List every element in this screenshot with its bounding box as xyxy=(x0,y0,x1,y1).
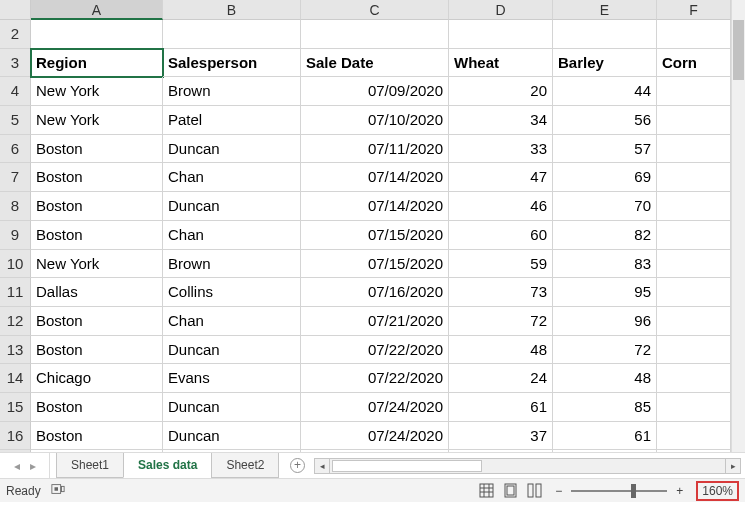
select-all-corner[interactable] xyxy=(0,0,31,20)
cell[interactable]: Barley xyxy=(553,49,657,78)
zoom-level[interactable]: 160% xyxy=(696,481,739,501)
cell[interactable]: 24 xyxy=(449,364,553,393)
cell[interactable] xyxy=(31,20,163,49)
zoom-slider[interactable] xyxy=(571,490,667,492)
cell[interactable]: Duncan xyxy=(163,422,301,451)
cell[interactable]: 48 xyxy=(449,336,553,365)
row-header[interactable]: 9 xyxy=(0,221,31,250)
cell[interactable] xyxy=(657,364,731,393)
cell[interactable]: Boston xyxy=(31,336,163,365)
cell[interactable]: 07/10/2020 xyxy=(301,106,449,135)
cell[interactable]: Chan xyxy=(163,307,301,336)
cell[interactable]: Dallas xyxy=(31,278,163,307)
cell[interactable]: 46 xyxy=(449,192,553,221)
cell[interactable]: New York xyxy=(31,106,163,135)
normal-view-button[interactable] xyxy=(474,481,498,501)
cell[interactable]: New York xyxy=(31,250,163,279)
cell[interactable]: 69 xyxy=(553,163,657,192)
cell[interactable]: Duncan xyxy=(163,192,301,221)
cell[interactable]: Chan xyxy=(163,163,301,192)
hscroll-track[interactable] xyxy=(330,458,725,474)
sheet-tab[interactable]: Sales data xyxy=(123,453,212,478)
cell[interactable]: 70 xyxy=(553,192,657,221)
cell[interactable] xyxy=(657,336,731,365)
cell[interactable] xyxy=(31,450,163,452)
column-header[interactable]: E xyxy=(553,0,657,20)
cell[interactable] xyxy=(657,192,731,221)
cell[interactable]: 07/15/2020 xyxy=(301,221,449,250)
vertical-scroll-thumb[interactable] xyxy=(733,20,744,80)
row-header[interactable]: 12 xyxy=(0,307,31,336)
macro-record-icon[interactable] xyxy=(51,482,65,499)
cell[interactable] xyxy=(657,307,731,336)
cell[interactable]: Chan xyxy=(163,221,301,250)
cell[interactable]: 07/16/2020 xyxy=(301,278,449,307)
row-header[interactable]: 13 xyxy=(0,336,31,365)
cell[interactable]: 72 xyxy=(553,336,657,365)
column-header[interactable]: B xyxy=(163,0,301,20)
row-header[interactable]: 4 xyxy=(0,77,31,106)
row-header[interactable]: 10 xyxy=(0,250,31,279)
cell[interactable]: Boston xyxy=(31,192,163,221)
cell[interactable]: 07/14/2020 xyxy=(301,192,449,221)
sheet-tab[interactable]: Sheet2 xyxy=(211,453,279,478)
cell[interactable] xyxy=(301,450,449,452)
cell[interactable]: New York xyxy=(31,77,163,106)
cell[interactable]: 07/15/2020 xyxy=(301,250,449,279)
cell[interactable]: 96 xyxy=(553,307,657,336)
row-header[interactable]: 15 xyxy=(0,393,31,422)
cell[interactable]: 95 xyxy=(553,278,657,307)
cell[interactable] xyxy=(553,450,657,452)
cell[interactable]: Duncan xyxy=(163,336,301,365)
cell[interactable]: 47 xyxy=(449,163,553,192)
cell[interactable]: 61 xyxy=(449,393,553,422)
vertical-scrollbar[interactable] xyxy=(731,0,745,452)
cell[interactable] xyxy=(657,393,731,422)
cell[interactable]: Boston xyxy=(31,307,163,336)
cell[interactable]: Boston xyxy=(31,135,163,164)
row-header[interactable]: 11 xyxy=(0,278,31,307)
row-header[interactable]: 5 xyxy=(0,106,31,135)
cell[interactable]: 72 xyxy=(449,307,553,336)
cell[interactable]: Corn xyxy=(657,49,731,78)
cell[interactable] xyxy=(657,250,731,279)
hscroll-left-icon[interactable]: ◂ xyxy=(314,458,330,474)
cell[interactable]: 83 xyxy=(553,250,657,279)
cell[interactable] xyxy=(163,450,301,452)
row-header[interactable]: 14 xyxy=(0,364,31,393)
cell[interactable]: Brown xyxy=(163,250,301,279)
zoom-in-button[interactable]: + xyxy=(671,484,688,498)
cell[interactable]: Salesperson xyxy=(163,49,301,78)
cell[interactable] xyxy=(657,221,731,250)
cell[interactable]: 60 xyxy=(449,221,553,250)
page-break-view-button[interactable] xyxy=(522,481,546,501)
row-header[interactable]: 7 xyxy=(0,163,31,192)
cell[interactable]: Boston xyxy=(31,221,163,250)
cell[interactable] xyxy=(657,450,731,452)
column-header[interactable]: A xyxy=(31,0,163,20)
row-header[interactable]: 2 xyxy=(0,20,31,49)
sheet-tab[interactable]: Sheet1 xyxy=(56,453,124,478)
cell[interactable]: Brown xyxy=(163,77,301,106)
cell[interactable]: Evans xyxy=(163,364,301,393)
cell[interactable]: Patel xyxy=(163,106,301,135)
cell[interactable]: 07/21/2020 xyxy=(301,307,449,336)
cell[interactable]: 07/22/2020 xyxy=(301,336,449,365)
cell[interactable]: 44 xyxy=(553,77,657,106)
row-header[interactable]: 16 xyxy=(0,422,31,451)
cell[interactable]: 56 xyxy=(553,106,657,135)
column-header[interactable]: C xyxy=(301,0,449,20)
cell[interactable] xyxy=(553,20,657,49)
cell[interactable]: 82 xyxy=(553,221,657,250)
row-header[interactable]: 8 xyxy=(0,192,31,221)
horizontal-scrollbar[interactable]: ◂ ▸ xyxy=(314,453,741,478)
cell[interactable]: 37 xyxy=(449,422,553,451)
cell[interactable]: Region xyxy=(31,49,163,78)
cell[interactable]: 07/24/2020 xyxy=(301,422,449,451)
column-header[interactable]: D xyxy=(449,0,553,20)
hscroll-thumb[interactable] xyxy=(332,460,482,472)
cell[interactable]: Duncan xyxy=(163,135,301,164)
cell[interactable]: Collins xyxy=(163,278,301,307)
row-header[interactable]: 17 xyxy=(0,450,31,452)
cell[interactable] xyxy=(657,106,731,135)
